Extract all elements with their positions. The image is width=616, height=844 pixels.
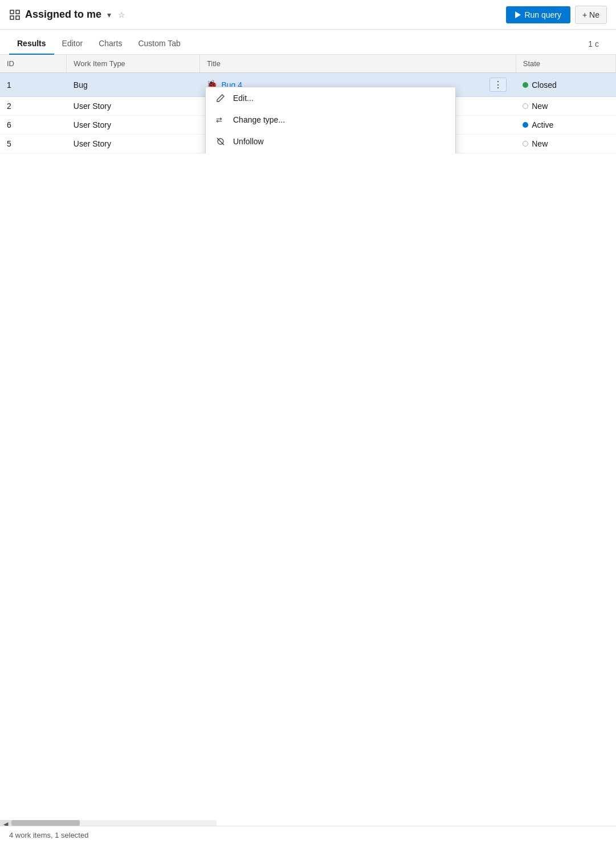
cell-type: Bug — [67, 73, 200, 97]
state-label: New — [532, 139, 548, 148]
tab-charts[interactable]: Charts — [91, 33, 130, 55]
tab-editor[interactable]: Editor — [54, 33, 91, 55]
menu-label-change-type: Change type... — [233, 115, 446, 124]
table-area: ID Work Item Type Title State 1Bug🐞Bug 4… — [0, 55, 616, 153]
table-header-row: ID Work Item Type Title State — [0, 55, 616, 73]
star-icon[interactable]: ☆ — [118, 10, 125, 19]
svg-rect-2 — [10, 16, 14, 19]
tab-results[interactable]: Results — [9, 33, 54, 55]
cell-state: Active — [516, 116, 615, 135]
menu-item-assign-to[interactable]: Assign to› — [206, 152, 455, 153]
scrollbar-thumb[interactable] — [11, 820, 80, 826]
context-menu: Edit...⇄Change type...UnfollowAssign to›… — [205, 87, 456, 153]
cell-state: Closed — [516, 73, 615, 97]
state-dot — [523, 122, 528, 128]
menu-item-edit[interactable]: Edit... — [206, 87, 455, 109]
cell-type: User Story — [67, 135, 200, 153]
new-button-label: + Ne — [582, 10, 599, 19]
cell-id: 1 — [0, 73, 67, 97]
svg-line-5 — [217, 138, 224, 145]
new-button[interactable]: + Ne — [575, 6, 607, 24]
tab-custom-tab[interactable]: Custom Tab — [130, 33, 188, 55]
cell-id: 6 — [0, 116, 67, 135]
col-header-type[interactable]: Work Item Type — [67, 55, 200, 73]
footer: 4 work items, 1 selected — [0, 826, 616, 844]
run-query-button[interactable]: Run query — [506, 6, 570, 23]
page-title: Assigned to me — [25, 9, 101, 21]
cell-id: 5 — [0, 135, 67, 153]
menu-item-change-type[interactable]: ⇄Change type... — [206, 109, 455, 131]
unfollow-icon — [215, 136, 226, 147]
cell-type: User Story — [67, 97, 200, 116]
state-dot — [523, 141, 528, 147]
more-options-button[interactable]: ⋮ — [489, 78, 507, 92]
edit-icon — [215, 92, 226, 104]
cell-state: New — [516, 135, 615, 153]
svg-rect-3 — [16, 16, 19, 19]
state-dot — [523, 103, 528, 109]
col-header-id[interactable]: ID — [0, 55, 67, 73]
cell-state: New — [516, 97, 615, 116]
cell-id: 2 — [0, 97, 67, 116]
chevron-down-icon[interactable]: ▾ — [107, 10, 111, 19]
menu-item-unfollow[interactable]: Unfollow — [206, 131, 455, 152]
tabs-bar: Results Editor Charts Custom Tab 1 c — [0, 30, 616, 55]
grid-icon — [9, 9, 21, 21]
play-icon — [515, 11, 521, 18]
svg-rect-0 — [10, 10, 14, 14]
svg-text:⇄: ⇄ — [216, 116, 222, 124]
change-type-icon: ⇄ — [215, 114, 226, 125]
svg-rect-1 — [16, 10, 19, 14]
menu-label-unfollow: Unfollow — [233, 137, 446, 146]
header: Assigned to me ▾ ☆ Run query + Ne — [0, 0, 616, 30]
state-label: Active — [532, 120, 553, 129]
col-header-state[interactable]: State — [516, 55, 615, 73]
footer-text: 4 work items, 1 selected — [9, 831, 88, 839]
header-left: Assigned to me ▾ ☆ — [9, 9, 506, 21]
state-dot — [523, 82, 528, 88]
tab-count: 1 c — [580, 34, 607, 54]
menu-label-edit: Edit... — [233, 94, 446, 103]
state-label: Closed — [532, 80, 557, 90]
cell-type: User Story — [67, 116, 200, 135]
run-query-label: Run query — [524, 10, 561, 19]
scrollbar-container[interactable] — [0, 820, 217, 826]
state-label: New — [532, 102, 548, 111]
col-header-title[interactable]: Title — [199, 55, 516, 73]
